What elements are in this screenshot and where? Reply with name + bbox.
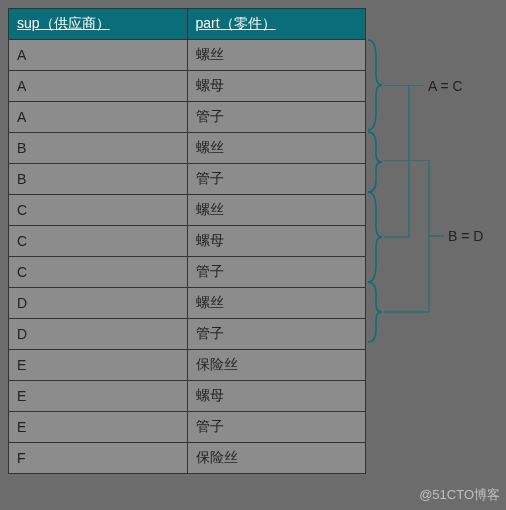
table-row: D管子 — [9, 319, 366, 350]
table-row: D螺丝 — [9, 288, 366, 319]
cell-part: 保险丝 — [187, 350, 366, 381]
table-row: F保险丝 — [9, 443, 366, 474]
brace-d-icon — [366, 280, 384, 344]
table-row: C螺母 — [9, 226, 366, 257]
table-row: A螺母 — [9, 71, 366, 102]
annotations-layer: A = C B = D — [368, 40, 498, 480]
cell-sup: B — [9, 133, 188, 164]
cell-part: 螺丝 — [187, 195, 366, 226]
cell-sup: B — [9, 164, 188, 195]
table-row: A螺丝 — [9, 40, 366, 71]
brace-b-icon — [366, 130, 384, 194]
table-row: B螺丝 — [9, 133, 366, 164]
cell-part: 管子 — [187, 319, 366, 350]
cell-sup: A — [9, 71, 188, 102]
cell-sup: E — [9, 381, 188, 412]
cell-part: 管子 — [187, 102, 366, 133]
table-row: A管子 — [9, 102, 366, 133]
cell-part: 螺丝 — [187, 133, 366, 164]
table-row: E螺母 — [9, 381, 366, 412]
cell-sup: D — [9, 319, 188, 350]
cell-sup: A — [9, 40, 188, 71]
watermark: @51CTO博客 — [419, 486, 500, 504]
cell-sup: C — [9, 195, 188, 226]
table-row: E管子 — [9, 412, 366, 443]
cell-part: 管子 — [187, 164, 366, 195]
cell-sup: A — [9, 102, 188, 133]
cell-sup: D — [9, 288, 188, 319]
cell-part: 螺丝 — [187, 40, 366, 71]
table-row: C管子 — [9, 257, 366, 288]
cell-part: 螺母 — [187, 71, 366, 102]
header-part: part（零件） — [187, 9, 366, 40]
cell-part: 螺丝 — [187, 288, 366, 319]
cell-part: 螺母 — [187, 381, 366, 412]
cell-sup: C — [9, 257, 188, 288]
data-table-wrap: sup（供应商） part（零件） A螺丝 A螺母 A管子 B螺丝 B管子 C螺… — [8, 8, 366, 474]
header-sup: sup（供应商） — [9, 9, 188, 40]
table-row: E保险丝 — [9, 350, 366, 381]
table-header-row: sup（供应商） part（零件） — [9, 9, 366, 40]
cell-part: 管子 — [187, 257, 366, 288]
connector-bd-icon — [384, 160, 444, 315]
brace-a-icon — [366, 38, 384, 132]
cell-part: 螺母 — [187, 226, 366, 257]
cell-sup: C — [9, 226, 188, 257]
cell-sup: E — [9, 350, 188, 381]
data-table: sup（供应商） part（零件） A螺丝 A螺母 A管子 B螺丝 B管子 C螺… — [8, 8, 366, 474]
brace-c-icon — [366, 190, 384, 284]
table-row: C螺丝 — [9, 195, 366, 226]
annotation-bd: B = D — [448, 228, 483, 244]
cell-sup: F — [9, 443, 188, 474]
cell-sup: E — [9, 412, 188, 443]
annotation-ac: A = C — [428, 78, 463, 94]
cell-part: 管子 — [187, 412, 366, 443]
table-row: B管子 — [9, 164, 366, 195]
cell-part: 保险丝 — [187, 443, 366, 474]
